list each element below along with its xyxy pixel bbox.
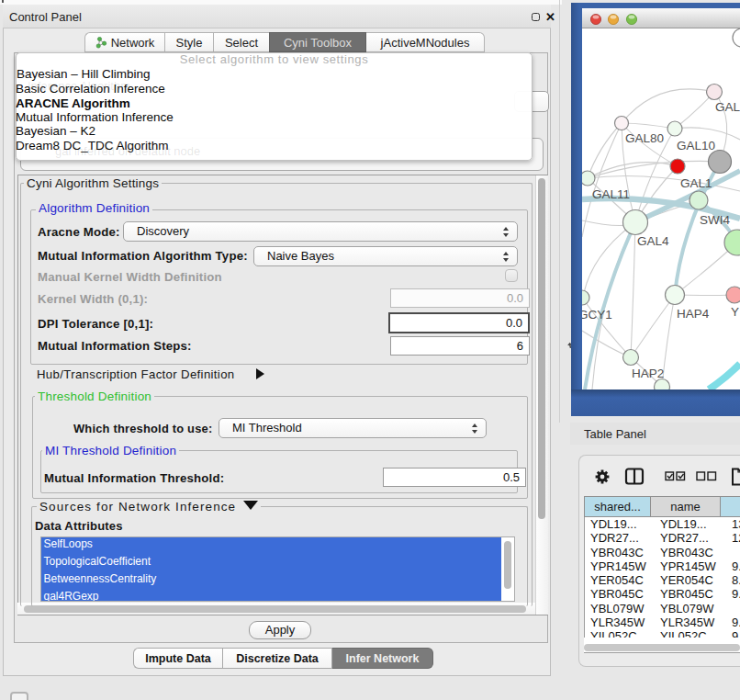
svg-text:GAL80: GAL80 (625, 131, 664, 145)
svg-text:HAP4: HAP4 (677, 307, 710, 321)
svg-text:GAL: GAL (715, 100, 740, 114)
svg-text:GAL10: GAL10 (677, 139, 715, 152)
svg-text:GAL1: GAL1 (680, 176, 712, 190)
svg-text:Y: Y (731, 305, 739, 319)
svg-text:HAP2: HAP2 (632, 367, 664, 380)
svg-text:GAL4: GAL4 (637, 234, 669, 248)
svg-text:GAL11: GAL11 (592, 187, 630, 201)
svg-text:GCY1: GCY1 (582, 308, 612, 322)
svg-text:SWI4: SWI4 (700, 213, 730, 227)
